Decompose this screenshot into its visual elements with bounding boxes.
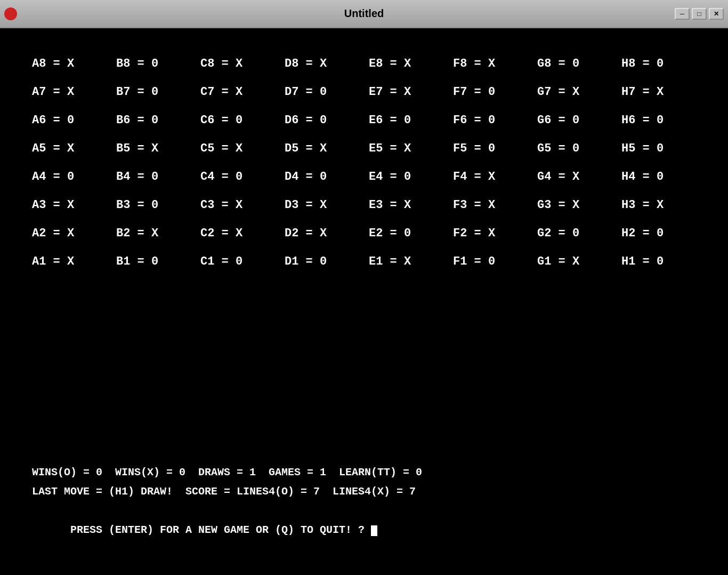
- window-controls: ─ □ ✕: [675, 8, 724, 20]
- cell-5-3: D3 = X: [285, 198, 359, 212]
- cell-4-7: H4 = 0: [621, 170, 696, 183]
- cell-3-2: C5 = X: [200, 142, 275, 155]
- cell-5-5: F3 = X: [453, 198, 528, 212]
- cell-7-7: H1 = 0: [621, 255, 696, 268]
- cell-4-1: B4 = 0: [116, 170, 191, 183]
- cell-2-6: G6 = 0: [537, 114, 612, 127]
- cell-4-3: D4 = 0: [285, 170, 359, 183]
- cell-1-1: B7 = 0: [116, 85, 191, 99]
- cell-2-2: C6 = 0: [200, 114, 275, 127]
- cell-3-5: F5 = 0: [453, 142, 528, 155]
- cell-6-2: C2 = X: [200, 227, 275, 240]
- cell-2-0: A6 = 0: [32, 114, 107, 127]
- cursor-blink: [371, 525, 377, 536]
- restore-button[interactable]: □: [692, 8, 707, 20]
- status-line-3: PRESS (ENTER) FOR A NEW GAME OR (Q) TO Q…: [32, 501, 696, 559]
- cell-4-0: A4 = 0: [32, 170, 107, 183]
- cell-1-0: A7 = X: [32, 85, 107, 99]
- cell-7-6: G1 = X: [537, 255, 612, 268]
- minimize-button[interactable]: ─: [675, 8, 690, 20]
- cell-7-0: A1 = X: [32, 255, 107, 268]
- cell-4-4: E4 = 0: [369, 170, 443, 183]
- cell-1-6: G7 = X: [537, 85, 612, 99]
- cell-0-5: F8 = X: [453, 57, 528, 70]
- cell-0-6: G8 = 0: [537, 57, 612, 70]
- close-button[interactable]: ✕: [709, 8, 724, 20]
- title-bar: Untitled ─ □ ✕: [0, 0, 728, 28]
- cell-0-7: H8 = 0: [621, 57, 696, 70]
- cell-3-7: H5 = 0: [621, 142, 696, 155]
- grid-row-2: A6 = 0B6 = 0C6 = 0D6 = 0E6 = 0F6 = 0G6 =…: [32, 106, 696, 134]
- cell-6-6: G2 = 0: [537, 227, 612, 240]
- cell-5-2: C3 = X: [200, 198, 275, 212]
- game-grid: A8 = XB8 = 0C8 = XD8 = XE8 = XF8 = XG8 =…: [32, 50, 696, 452]
- cell-5-7: H3 = X: [621, 198, 696, 212]
- cell-7-1: B1 = 0: [116, 255, 191, 268]
- cell-4-6: G4 = X: [537, 170, 612, 183]
- status-line-2: LAST MOVE = (H1) DRAW! SCORE = LINES4(O)…: [32, 482, 696, 501]
- cell-7-2: C1 = 0: [200, 255, 275, 268]
- app-icon: [4, 7, 17, 20]
- grid-row-7: A1 = XB1 = 0C1 = 0D1 = 0E1 = XF1 = 0G1 =…: [32, 247, 696, 276]
- cell-1-4: E7 = X: [369, 85, 443, 99]
- cell-5-6: G3 = X: [537, 198, 612, 212]
- cell-6-7: H2 = 0: [621, 227, 696, 240]
- status-line-1: WINS(O) = 0 WINS(X) = 0 DRAWS = 1 GAMES …: [32, 463, 696, 482]
- grid-row-4: A4 = 0B4 = 0C4 = 0D4 = 0E4 = 0F4 = XG4 =…: [32, 163, 696, 191]
- cell-3-1: B5 = X: [116, 142, 191, 155]
- cell-0-1: B8 = 0: [116, 57, 191, 70]
- cell-5-4: E3 = X: [369, 198, 443, 212]
- cell-2-1: B6 = 0: [116, 114, 191, 127]
- cell-0-2: C8 = X: [200, 57, 275, 70]
- cell-2-7: H6 = 0: [621, 114, 696, 127]
- status-area: WINS(O) = 0 WINS(X) = 0 DRAWS = 1 GAMES …: [32, 452, 696, 564]
- cell-3-6: G5 = 0: [537, 142, 612, 155]
- grid-row-6: A2 = XB2 = XC2 = XD2 = XE2 = 0F2 = XG2 =…: [32, 219, 696, 247]
- cell-1-2: C7 = X: [200, 85, 275, 99]
- cell-6-5: F2 = X: [453, 227, 528, 240]
- cell-6-0: A2 = X: [32, 227, 107, 240]
- cell-2-5: F6 = 0: [453, 114, 528, 127]
- cell-3-0: A5 = X: [32, 142, 107, 155]
- cell-1-7: H7 = X: [621, 85, 696, 99]
- window-title: Untitled: [344, 7, 384, 20]
- cell-2-4: E6 = 0: [369, 114, 443, 127]
- cell-0-4: E8 = X: [369, 57, 443, 70]
- grid-row-0: A8 = XB8 = 0C8 = XD8 = XE8 = XF8 = XG8 =…: [32, 50, 696, 78]
- cell-0-0: A8 = X: [32, 57, 107, 70]
- cell-1-5: F7 = 0: [453, 85, 528, 99]
- cell-4-2: C4 = 0: [200, 170, 275, 183]
- grid-row-5: A3 = XB3 = 0C3 = XD3 = XE3 = XF3 = XG3 =…: [32, 191, 696, 219]
- cell-7-3: D1 = 0: [285, 255, 359, 268]
- cell-5-0: A3 = X: [32, 198, 107, 212]
- grid-row-1: A7 = XB7 = 0C7 = XD7 = 0E7 = XF7 = 0G7 =…: [32, 78, 696, 106]
- cell-6-1: B2 = X: [116, 227, 191, 240]
- cell-3-3: D5 = X: [285, 142, 359, 155]
- cell-5-1: B3 = 0: [116, 198, 191, 212]
- main-content: A8 = XB8 = 0C8 = XD8 = XE8 = XF8 = XG8 =…: [0, 28, 728, 575]
- cell-3-4: E5 = X: [369, 142, 443, 155]
- cell-1-3: D7 = 0: [285, 85, 359, 99]
- cell-7-5: F1 = 0: [453, 255, 528, 268]
- cell-4-5: F4 = X: [453, 170, 528, 183]
- cell-0-3: D8 = X: [285, 57, 359, 70]
- cell-2-3: D6 = 0: [285, 114, 359, 127]
- cell-7-4: E1 = X: [369, 255, 443, 268]
- cell-6-4: E2 = 0: [369, 227, 443, 240]
- cell-6-3: D2 = X: [285, 227, 359, 240]
- grid-row-3: A5 = XB5 = XC5 = XD5 = XE5 = XF5 = 0G5 =…: [32, 134, 696, 163]
